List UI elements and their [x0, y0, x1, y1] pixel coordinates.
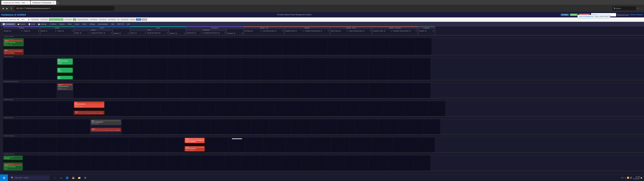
col-analysed[interactable]: Analysed 2 ⊟ — [113, 31, 130, 35]
refresh-button[interactable]: Refresh — [570, 14, 578, 16]
nav-item-documentation[interactable]: Documentation — [96, 23, 110, 26]
advanced-search-link[interactable]: Advanced Search — [617, 14, 629, 16]
card-epic-2[interactable]: EPIC Epic Backlog — [57, 68, 73, 73]
col-completed-collapse[interactable]: ⊟ — [433, 30, 434, 32]
col-dev-peer-review-collapse[interactable]: ⊟ — [224, 32, 226, 34]
browser-search[interactable]: 🔍 Search — [612, 6, 636, 10]
col-integration-testing[interactable]: Integration Testing 2 ⊟ — [284, 29, 304, 33]
nav-item-settings[interactable]: Settings — [88, 23, 96, 26]
card-rebeccashatfield-16[interactable]: RebeccaShatfield-16 Blocked This is a ch… — [4, 38, 24, 46]
col-analysis-peer-review-collapse[interactable]: ⊟ — [111, 32, 112, 34]
col-dev-peer-review[interactable]: Development Peer Review 2 ⊟ — [203, 31, 226, 35]
col-analysed-collapse[interactable]: ⊟ — [128, 32, 129, 34]
col-untriaged[interactable]: Untriaged 4 ⊟ — [3, 29, 23, 33]
col-integration-accepted[interactable]: Integration Testing Accepted 1 ⊟ — [304, 29, 330, 33]
col-triaged-collapse[interactable]: ⊟ — [38, 30, 39, 32]
col-acceptance-accepted-collapse[interactable]: ⊟ — [416, 30, 417, 32]
bookmark-icon[interactable]: ☆ — [637, 7, 639, 10]
card-test-zap[interactable]: ZAP RebeccaShatfield-13 Test placeholder — [91, 120, 121, 125]
col-defined-collapse[interactable]: ⊟ — [72, 30, 73, 32]
card-bug-defect-1[interactable]: Defect Clean out bad user Development Re… — [74, 111, 104, 115]
col-integration-testing-collapse[interactable]: ⊟ — [302, 30, 304, 32]
nav-item-projects[interactable]: 📁 Projects — [16, 23, 27, 26]
col-design-peer-review-collapse[interactable]: ⊟ — [167, 32, 168, 34]
col-untriaged-collapse[interactable]: ⊟ — [21, 30, 22, 32]
all-tag[interactable]: All — [73, 18, 76, 20]
none-select[interactable]: None — [20, 18, 30, 21]
tab-close-2[interactable]: ✕ — [53, 2, 54, 4]
taskbar-search[interactable]: 🔍 Type here - search — [10, 175, 50, 180]
card-defect-dev-1[interactable]: Defect Clean out bad user DevelopmentReb… — [185, 138, 204, 143]
col-defined[interactable]: Defined 8 ⊟ — [57, 29, 74, 33]
nav-item-filters[interactable]: Filters — [66, 23, 73, 26]
col-developed[interactable]: Developed 1 ⊟ — [227, 31, 244, 35]
taskbar-icon-browser[interactable]: 🌐 — [64, 175, 70, 180]
tab-add-button[interactable]: + — [56, 2, 59, 5]
nav-item-export[interactable]: Export — [74, 23, 80, 26]
col-acceptance-testing[interactable]: Acceptance Testing 2 ⊟ — [372, 29, 392, 33]
sidebar-toggle[interactable]: ☰ — [0, 26, 3, 181]
col-system-testing[interactable]: System Testing 2 ⊟ — [330, 29, 348, 33]
nav-item-visualisations[interactable]: 📊 Visualisations — [1, 23, 16, 26]
col-acceptance-testing-collapse[interactable]: ⊟ — [390, 30, 392, 32]
col-triaged[interactable]: Triaged 5 ⊟ — [23, 29, 40, 33]
untriaged-completed-tag[interactable]: Untriaged-Completed — [49, 18, 64, 20]
col-system-accepted-collapse[interactable]: ⊟ — [370, 30, 371, 32]
col-acceptance-accepted[interactable]: Acceptance Testing Accepted 1 ⊟ — [392, 29, 418, 33]
filter-apply-button[interactable]: Filter — [136, 18, 141, 20]
start-button[interactable]: ⊞ — [0, 174, 8, 181]
col-unit-testing-collapse[interactable]: ⊟ — [260, 30, 262, 32]
url-bar[interactable]: 192.168.1.77:8080/kanban/index/projectio… — [14, 6, 115, 11]
col-backlog-collapse[interactable]: ⊟ — [55, 30, 56, 32]
taskbar-icon-2[interactable]: 🗂 — [58, 175, 64, 180]
col-design[interactable]: Design 4 ⊟ — [130, 31, 147, 35]
col-design-collapse[interactable]: ⊟ — [145, 32, 146, 34]
nav-item-reports[interactable]: Reports — [58, 23, 66, 26]
col-designed[interactable]: Designed 1 ⊟ — [169, 31, 186, 35]
reload-button[interactable]: ↻ — [10, 7, 13, 10]
nav-item-rest-api[interactable]: REST API — [116, 23, 125, 26]
col-system-accepted[interactable]: System Testing Accepted 1 ⊟ — [348, 29, 372, 33]
col-development-collapse[interactable]: ⊟ — [201, 32, 202, 34]
card-epic-3[interactable]: EPIC Epic — [57, 76, 73, 80]
col-unit-testing[interactable]: Unit Testing 3 ⊟ — [244, 29, 262, 33]
col-backlog[interactable]: Backlog 1 ⊟ — [40, 29, 57, 33]
card-defect-1[interactable]: Defect Clean out bad user DevelopmentReb… — [4, 49, 24, 54]
taskbar-icon-3[interactable]: 🦊 — [70, 175, 76, 180]
col-designed-collapse[interactable]: ⊟ — [184, 32, 185, 34]
col-developed-collapse[interactable]: ⊟ — [242, 32, 243, 34]
taskbar-icon-4[interactable]: 📁 — [76, 175, 82, 180]
nav-item-cards[interactable]: 🃏 Cards — [27, 23, 36, 26]
col-analysis[interactable]: Analysis 3 ⊟ — [74, 31, 91, 35]
nav-item-help[interactable]: Help — [110, 23, 116, 26]
col-system-testing-collapse[interactable]: ⊟ — [346, 30, 348, 32]
col-design-peer-review[interactable]: Design Peer Review 2 ⊟ — [147, 31, 169, 35]
settings-icon[interactable]: ⋮ — [640, 7, 643, 10]
tab-kanbanara[interactable]: Kanbanara @ Untitled - Index ✕ — [1, 1, 30, 5]
col-unit-testing-accepted[interactable]: Unit Testing Accepted 2 ⊟ — [262, 29, 284, 33]
taskbar-icon-1[interactable]: ⬚ — [52, 175, 58, 180]
layout-select[interactable]: Hierarchical — [8, 18, 20, 21]
taskbar-icon-5[interactable]: ⚙ — [82, 175, 88, 180]
back-button[interactable]: ◀ — [1, 7, 4, 10]
card-bug-1[interactable]: Bug Clean out bad user AnalyseRebecca Sh… — [74, 102, 104, 108]
tab-screenshots[interactable]: Kanbanara / Screenshots ✕ — [30, 1, 56, 5]
nav-item-ksf[interactable]: KSF — [126, 23, 131, 26]
card-story2-1[interactable]: RebeccaShatfield-09 Untriaged — [4, 156, 22, 160]
nav-item-admin[interactable]: Admin — [81, 23, 88, 26]
card-story2-2[interactable]: RebeccaShatfield-15 Blocked This is a ch… — [4, 163, 22, 170]
col-development[interactable]: Development 5 ⊟ — [186, 31, 203, 35]
col-integration-accepted-collapse[interactable]: ⊟ — [328, 30, 329, 32]
col-unit-testing-accepted-collapse[interactable]: ⊟ — [282, 30, 283, 32]
col-completed[interactable]: Completed 0 ⊟ — [418, 29, 435, 33]
forward-button[interactable]: ▶ — [6, 7, 9, 10]
card-test-defect[interactable]: Defect Clean out bad user Development Re… — [91, 128, 121, 132]
card-enh-1[interactable]: Blocked Enhancement item AnalysisRebecca… — [57, 84, 73, 90]
nav-item-meetings[interactable]: 📅 Meetings — [36, 23, 48, 26]
filter-reset-button[interactable]: Reset — [142, 18, 147, 20]
card-epic-1[interactable]: EPIC Epic title text here BacklogRebecca — [57, 58, 73, 64]
col-analysis-collapse[interactable]: ⊟ — [89, 32, 90, 34]
col-analysis-peer-review[interactable]: Analysis Peer Review 2 ⊟ — [91, 31, 113, 35]
card-defect-dev-2[interactable]: Defect Clean out bad user Rebecca Shatfi… — [185, 146, 204, 151]
tab-close-1[interactable]: ✕ — [27, 2, 28, 4]
